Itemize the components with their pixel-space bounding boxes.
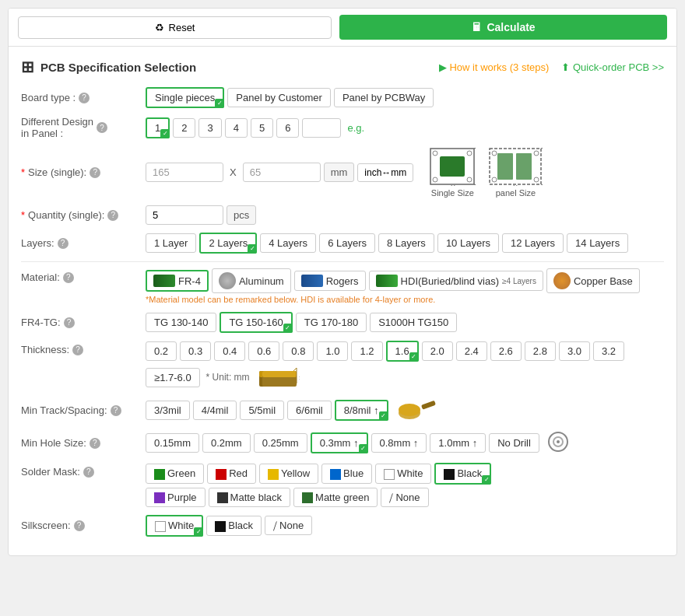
- track-5-5[interactable]: 5/5mil: [240, 401, 284, 420]
- silk-black[interactable]: Black: [206, 516, 262, 536]
- board-type-panel-customer[interactable]: Panel by Customer: [227, 88, 331, 107]
- thickness-row: Thickness: ? 0.2 0.3 0.4 0.6 0.8 1.0 1.2…: [21, 341, 664, 390]
- min-track-help[interactable]: ?: [111, 405, 121, 416]
- silk-white[interactable]: White: [146, 515, 203, 537]
- min-hole-help[interactable]: ?: [90, 438, 100, 449]
- layer-4[interactable]: 4 Layers: [260, 233, 316, 253]
- silkscreen-help[interactable]: ?: [74, 520, 85, 531]
- quick-order-link[interactable]: ⬆ Quick-order PCB >>: [561, 61, 664, 73]
- thick-2-6[interactable]: 2.6: [490, 341, 522, 361]
- mask-purple[interactable]: Purple: [146, 488, 206, 508]
- hole-0-8[interactable]: 0.8mm ↑: [371, 433, 427, 453]
- size-height-input[interactable]: [243, 163, 321, 182]
- track-8-8[interactable]: 8/8mil ↑: [335, 400, 388, 421]
- mask-blue[interactable]: Blue: [321, 464, 372, 484]
- eg-link[interactable]: e.g.: [347, 122, 364, 134]
- svg-rect-5: [440, 156, 465, 177]
- copper-icon: [553, 272, 571, 289]
- mask-white[interactable]: White: [375, 464, 431, 484]
- tg-150-160[interactable]: TG 150-160: [220, 312, 292, 333]
- layer-6[interactable]: 6 Layers: [319, 233, 375, 253]
- board-type-panel-pcbway[interactable]: Panel by PCBWay: [334, 88, 434, 107]
- layer-2[interactable]: 2 Layers: [199, 233, 257, 254]
- reset-button[interactable]: ♻ Reset: [18, 16, 332, 39]
- hole-1-0[interactable]: 1.0mm ↑: [430, 433, 486, 453]
- red-swatch: [216, 469, 227, 480]
- board-type-single[interactable]: Single pieces: [146, 87, 224, 108]
- mask-matte-black[interactable]: Matte black: [209, 488, 290, 508]
- layer-8[interactable]: 8 Layers: [378, 233, 434, 253]
- material-copper[interactable]: Copper Base: [546, 268, 640, 293]
- board-type-help[interactable]: ?: [79, 93, 90, 103]
- mask-green[interactable]: Green: [146, 464, 204, 484]
- layers-help[interactable]: ?: [58, 238, 68, 249]
- thick-0-3[interactable]: 0.3: [180, 341, 211, 361]
- material-aluminum[interactable]: Aluminum: [212, 268, 291, 293]
- divider-1: [21, 261, 664, 262]
- mask-black[interactable]: Black: [434, 463, 491, 485]
- thick-1-2[interactable]: 1.2: [351, 341, 382, 361]
- different-design-help[interactable]: ?: [97, 122, 107, 133]
- different-design-row: Different Designin Panel : ? 1 2 3 4 5 6…: [21, 116, 664, 139]
- unit-convert-button[interactable]: inch↔mm: [357, 163, 413, 182]
- design-3[interactable]: 3: [198, 118, 221, 138]
- solder-mask-help[interactable]: ?: [83, 467, 94, 478]
- how-it-works-link[interactable]: ▶ How it works (3 steps): [439, 61, 550, 73]
- hole-0-2[interactable]: 0.2mm: [202, 433, 251, 453]
- track-3-3[interactable]: 3/3mil: [146, 401, 190, 420]
- size-help[interactable]: ?: [90, 167, 100, 178]
- hole-0-3[interactable]: 0.3mm ↑: [311, 432, 368, 453]
- s1000h-tg150[interactable]: S1000H TG150: [370, 313, 457, 332]
- thick-3-0[interactable]: 3.0: [559, 341, 590, 361]
- thick-0-4[interactable]: 0.4: [214, 341, 245, 361]
- thick-0-2[interactable]: 0.2: [146, 341, 177, 361]
- tg-170-180[interactable]: TG 170-180: [296, 313, 367, 332]
- material-label: Material: ?: [21, 268, 146, 283]
- tg-130-140[interactable]: TG 130-140: [146, 313, 216, 332]
- hole-no-drill[interactable]: No Drill: [489, 433, 539, 453]
- thick-0-8[interactable]: 0.8: [283, 341, 314, 361]
- black-swatch: [444, 469, 455, 480]
- hole-0-25[interactable]: 0.25mm: [254, 433, 307, 453]
- panel-pcb-svg: X Y: [488, 147, 543, 186]
- board-3d-icon: ↕: [259, 365, 300, 390]
- silk-none[interactable]: ⧸None: [265, 516, 312, 535]
- track-4-4[interactable]: 4/4mil: [193, 401, 237, 420]
- calculate-button[interactable]: 🖩 Calculate: [339, 15, 667, 40]
- design-4[interactable]: 4: [225, 118, 248, 138]
- thickness-help[interactable]: ?: [72, 345, 83, 355]
- layer-10[interactable]: 10 Layers: [437, 233, 499, 253]
- mask-yellow[interactable]: Yellow: [259, 464, 318, 484]
- mask-matte-green[interactable]: Matte green: [293, 488, 378, 508]
- thick-2-0[interactable]: 2.0: [422, 341, 453, 361]
- design-1[interactable]: 1: [146, 117, 170, 138]
- thick-3-2[interactable]: 3.2: [593, 341, 624, 361]
- thick-range[interactable]: ≥1.7-6.0: [146, 368, 200, 387]
- thick-0-6[interactable]: 0.6: [248, 341, 279, 361]
- design-6[interactable]: 6: [276, 118, 299, 138]
- thick-2-8[interactable]: 2.8: [525, 341, 556, 361]
- material-rogers[interactable]: Rogers: [294, 271, 366, 291]
- layer-1[interactable]: 1 Layer: [146, 233, 196, 253]
- thick-1-0[interactable]: 1.0: [317, 341, 348, 361]
- layer-14[interactable]: 14 Layers: [567, 233, 628, 253]
- quantity-input[interactable]: [146, 205, 223, 225]
- material-hdi[interactable]: HDI(Buried/blind vias)≥4 Layers: [369, 271, 543, 291]
- track-6-6[interactable]: 6/6mil: [287, 401, 332, 420]
- material-help[interactable]: ?: [63, 272, 74, 283]
- fr4-tg-help[interactable]: ?: [64, 317, 75, 328]
- panel-size-preview: X Y panel Size: [488, 147, 543, 198]
- mask-none[interactable]: ⧸None: [381, 488, 428, 507]
- thick-1-6[interactable]: 1.6: [386, 341, 419, 362]
- min-track-label: Min Track/Spacing: ?: [21, 404, 146, 416]
- quantity-help[interactable]: ?: [107, 210, 118, 221]
- layer-12[interactable]: 12 Layers: [502, 233, 564, 253]
- hole-0-15[interactable]: 0.15mm: [146, 433, 199, 453]
- thick-2-4[interactable]: 2.4: [456, 341, 487, 361]
- mask-red[interactable]: Red: [207, 464, 256, 484]
- size-width-input[interactable]: [146, 163, 223, 182]
- design-custom-input[interactable]: [302, 118, 341, 138]
- design-2[interactable]: 2: [173, 118, 195, 138]
- design-5[interactable]: 5: [251, 118, 273, 138]
- material-fr4[interactable]: FR-4: [146, 270, 209, 292]
